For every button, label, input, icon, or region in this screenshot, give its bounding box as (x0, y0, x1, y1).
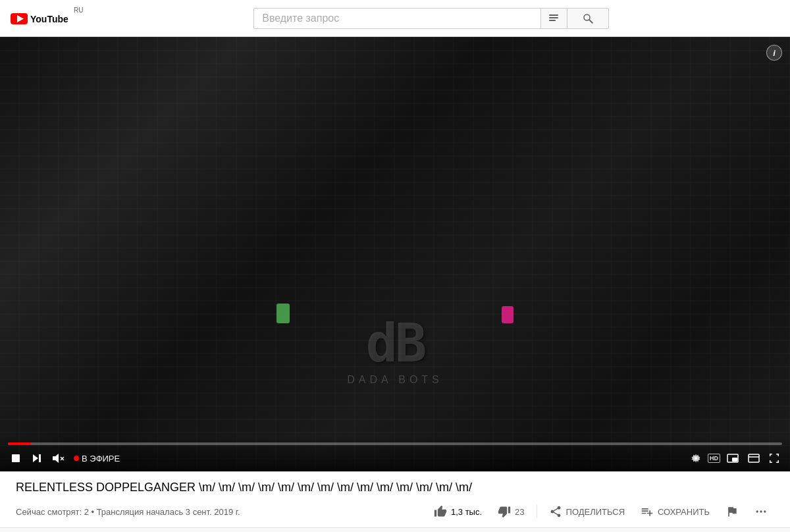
logo-area: YouTube RU (11, 12, 83, 25)
svg-marker-9 (33, 454, 38, 462)
info-button[interactable]: i (766, 45, 782, 61)
dislike-count: 23 (515, 507, 524, 517)
character-pink (502, 306, 514, 323)
more-button[interactable] (748, 501, 774, 522)
svg-marker-11 (53, 454, 59, 463)
search-bar (253, 8, 609, 29)
video-info: RELENTLESS DOPPELGANGER \m/ \m/ \m/ \m/ … (0, 471, 790, 528)
youtube-logo-icon[interactable]: YouTube (11, 12, 70, 25)
volume-button[interactable] (50, 450, 68, 466)
svg-point-19 (756, 511, 758, 513)
miniplayer-button[interactable] (724, 451, 741, 466)
share-label: ПОДЕЛИТЬСЯ (566, 507, 625, 517)
action-divider (537, 505, 537, 518)
character-green (276, 304, 290, 323)
dada-bots-label: DADA BOTS (347, 374, 443, 386)
video-actions: 1,3 тыс. 23 ПОДЕЛИТЬСЯ (427, 501, 774, 522)
svg-rect-4 (549, 17, 558, 18)
header: YouTube RU (0, 0, 790, 37)
settings-button[interactable] (688, 450, 704, 466)
controls-row: В ЭФИРЕ HD (8, 450, 782, 466)
live-badge: В ЭФИРЕ (74, 454, 120, 464)
like-count: 1,3 тыс. (451, 507, 482, 517)
controls-right: HD (688, 450, 782, 466)
live-text: В ЭФИРЕ (82, 454, 120, 464)
svg-rect-16 (732, 458, 737, 462)
dada-bots-logo: dB DADA BOTS (347, 313, 443, 386)
live-dot (74, 456, 79, 461)
save-button[interactable]: СОХРАНИТЬ (634, 501, 716, 522)
svg-rect-8 (12, 454, 20, 462)
next-button[interactable] (29, 450, 45, 466)
header-center (83, 8, 779, 29)
video-container: dB DADA BOTS i (0, 37, 790, 471)
fullscreen-button[interactable] (766, 450, 782, 466)
svg-point-21 (764, 511, 766, 513)
save-label: СОХРАНИТЬ (658, 507, 710, 517)
dislike-button[interactable]: 23 (491, 501, 531, 522)
video-player[interactable]: dB DADA BOTS i (0, 37, 790, 471)
stop-button[interactable] (8, 450, 24, 466)
svg-rect-17 (749, 454, 759, 462)
flag-button[interactable] (719, 501, 745, 522)
db-letters-icon: dB (347, 313, 443, 374)
main-content: dB DADA BOTS i (0, 37, 790, 528)
progress-fill (8, 442, 31, 445)
progress-bar[interactable] (8, 442, 782, 445)
controls-bar: В ЭФИРЕ HD (0, 437, 790, 471)
svg-rect-3 (549, 14, 558, 16)
svg-point-20 (760, 511, 762, 513)
svg-line-7 (589, 19, 592, 22)
search-input[interactable] (253, 8, 540, 29)
video-meta-row: Сейчас смотрят: 2 • Трансляция началась … (16, 501, 774, 522)
video-background: dB DADA BOTS (0, 37, 790, 471)
svg-rect-5 (549, 20, 556, 21)
theater-button[interactable] (745, 451, 762, 466)
like-button[interactable]: 1,3 тыс. (427, 501, 488, 522)
svg-rect-10 (39, 454, 41, 462)
video-overlay (0, 37, 790, 471)
hd-badge: HD (708, 454, 720, 463)
locale-label: RU (74, 7, 83, 14)
video-title: RELENTLESS DOPPELGANGER \m/ \m/ \m/ \m/ … (16, 479, 774, 496)
share-button[interactable]: ПОДЕЛИТЬСЯ (542, 501, 631, 522)
video-stats: Сейчас смотрят: 2 • Трансляция началась … (16, 507, 240, 517)
svg-text:YouTube: YouTube (30, 14, 68, 24)
search-button[interactable] (567, 8, 609, 29)
keyboard-button[interactable] (540, 8, 567, 29)
